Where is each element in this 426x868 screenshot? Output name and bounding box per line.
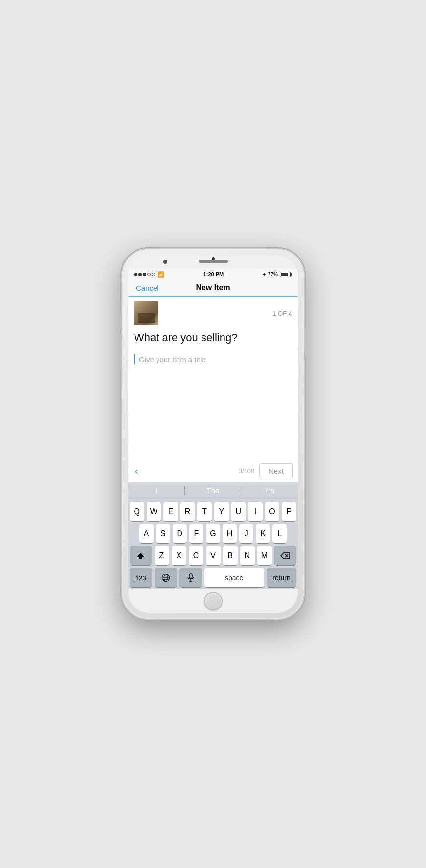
svg-marker-0 [137, 553, 144, 559]
keyboard-row-3: Z X C V B N M [130, 546, 296, 565]
wifi-icon: 📶 [158, 271, 165, 278]
back-arrow-button[interactable]: ‹ [133, 465, 140, 477]
return-key[interactable]: return [267, 568, 296, 587]
phone-frame: 📶 1:20 PM ✦ 77% Cancel New Ite [122, 249, 304, 619]
keyboard-row-1: Q W E R T Y U I O P [130, 502, 296, 521]
title-input-area[interactable]: Give your item a title. [128, 349, 298, 459]
keyboard-row-4: 123 [130, 568, 296, 587]
screen: 📶 1:20 PM ✦ 77% Cancel New Ite [128, 269, 298, 589]
key-w[interactable]: W [147, 502, 161, 521]
shift-key[interactable] [130, 546, 152, 565]
key-j[interactable]: J [239, 524, 253, 543]
key-h[interactable]: H [223, 524, 237, 543]
phone-top [128, 255, 298, 269]
signal-dot-2 [138, 273, 142, 276]
key-m[interactable]: M [257, 546, 272, 565]
status-bar: 📶 1:20 PM ✦ 77% [128, 269, 298, 280]
key-a[interactable]: A [139, 524, 154, 543]
key-b[interactable]: B [223, 546, 238, 565]
key-u[interactable]: U [231, 502, 246, 521]
page-title: New Item [196, 283, 230, 292]
key-l[interactable]: L [272, 524, 287, 543]
signal-area: 📶 [134, 271, 165, 278]
key-n[interactable]: N [240, 546, 255, 565]
chair-image [134, 301, 158, 326]
input-toolbar: ‹ 0/100 Next [128, 459, 298, 482]
delete-icon [280, 552, 290, 559]
signal-dot-3 [143, 273, 146, 276]
microphone-icon [187, 573, 194, 582]
home-button[interactable] [204, 592, 223, 610]
content-area: 1 OF 4 What are you selling? Give your i… [128, 297, 298, 589]
key-k[interactable]: K [256, 524, 270, 543]
key-z[interactable]: Z [155, 546, 169, 565]
predictive-item-1[interactable]: I [128, 482, 185, 499]
key-p[interactable]: P [282, 502, 296, 521]
phone-inner: 📶 1:20 PM ✦ 77% Cancel New Ite [128, 255, 298, 613]
svg-rect-8 [189, 574, 192, 578]
signal-dot-5 [152, 273, 155, 276]
battery-tip [291, 273, 292, 276]
item-thumbnail [134, 301, 158, 326]
battery-fill [281, 273, 288, 276]
microphone-key[interactable] [179, 568, 202, 587]
numbers-key[interactable]: 123 [130, 568, 152, 587]
key-c[interactable]: C [189, 546, 203, 565]
input-placeholder: Give your item a title. [139, 355, 208, 364]
step-header: 1 OF 4 [128, 297, 298, 327]
keyboard: Q W E R T Y U I O P A [128, 499, 298, 589]
navigation-bar: Cancel New Item [128, 280, 298, 297]
status-time: 1:20 PM [203, 271, 224, 277]
key-v[interactable]: V [206, 546, 221, 565]
battery-body [280, 272, 291, 277]
front-camera-lens [163, 260, 167, 264]
next-button[interactable]: Next [259, 463, 293, 478]
key-t[interactable]: T [197, 502, 212, 521]
step-counter: 1 OF 4 [272, 310, 292, 317]
question-text: What are you selling? [128, 327, 298, 349]
key-o[interactable]: O [265, 502, 280, 521]
key-d[interactable]: D [173, 524, 187, 543]
key-y[interactable]: Y [214, 502, 229, 521]
space-key[interactable]: space [204, 568, 264, 587]
key-x[interactable]: X [172, 546, 186, 565]
predictive-bar: I The I'm [128, 482, 298, 499]
phone-bottom [128, 589, 298, 613]
predictive-item-2[interactable]: The [185, 482, 242, 499]
battery-icon [280, 272, 292, 277]
globe-key[interactable] [155, 568, 177, 587]
key-g[interactable]: G [206, 524, 220, 543]
key-r[interactable]: R [180, 502, 195, 521]
keyboard-row-2: A S D F G H J K L [130, 524, 296, 543]
text-cursor [134, 354, 135, 364]
signal-dots [134, 273, 155, 276]
key-e[interactable]: E [163, 502, 178, 521]
signal-dot-4 [147, 273, 151, 276]
char-count: 0/100 [239, 467, 255, 475]
shift-arrow-icon [137, 552, 145, 560]
status-right-area: ✦ 77% [262, 272, 292, 277]
earpiece-speaker [199, 260, 228, 263]
key-i[interactable]: I [248, 502, 263, 521]
predictive-item-3[interactable]: I'm [241, 482, 298, 499]
cancel-button[interactable]: Cancel [136, 284, 159, 292]
signal-dot-1 [134, 273, 137, 276]
battery-percentage: 77% [268, 272, 278, 277]
delete-key[interactable] [274, 546, 297, 565]
key-s[interactable]: S [156, 524, 170, 543]
key-q[interactable]: Q [130, 502, 144, 521]
key-f[interactable]: F [189, 524, 203, 543]
bluetooth-icon: ✦ [262, 272, 266, 277]
globe-icon [161, 573, 170, 582]
